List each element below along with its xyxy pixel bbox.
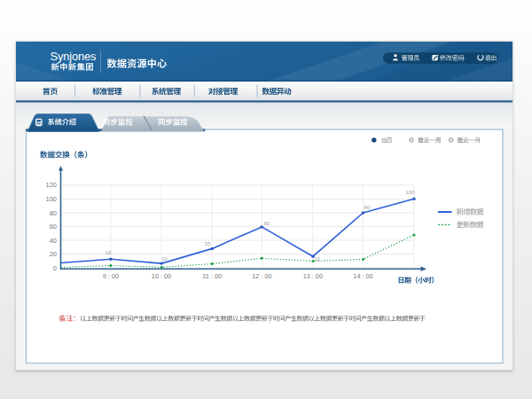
svg-text:13 : 00: 13 : 00 — [303, 272, 323, 280]
svg-text:Synjones: Synjones — [51, 50, 97, 63]
svg-text:10 : 00: 10 : 00 — [152, 272, 171, 280]
svg-text:40: 40 — [50, 237, 57, 245]
svg-text:35: 35 — [205, 240, 211, 246]
svg-text:60: 60 — [263, 220, 270, 226]
svg-text:11 : 00: 11 : 00 — [202, 272, 222, 280]
svg-text:80: 80 — [364, 204, 371, 210]
svg-text:100: 100 — [45, 195, 57, 203]
svg-text:60: 60 — [50, 223, 57, 231]
svg-text:10: 10 — [314, 255, 320, 262]
svg-text:80: 80 — [50, 209, 57, 217]
svg-text:0: 0 — [53, 264, 57, 272]
svg-text:120: 120 — [45, 181, 57, 189]
svg-text:10: 10 — [161, 255, 168, 262]
svg-text:100: 100 — [405, 189, 415, 195]
svg-text:9 : 00: 9 : 00 — [103, 272, 119, 280]
svg-text:20: 20 — [50, 250, 57, 258]
svg-text:12 : 00: 12 : 00 — [252, 272, 271, 280]
svg-text:14 : 00: 14 : 00 — [353, 272, 372, 280]
svg-text:18: 18 — [106, 249, 112, 255]
